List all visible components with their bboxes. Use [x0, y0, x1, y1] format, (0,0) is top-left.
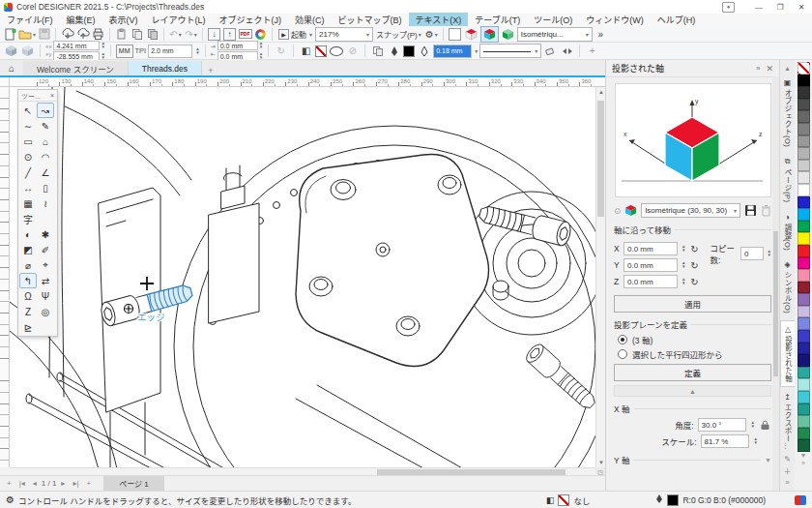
- color-swatch[interactable]: [798, 86, 810, 99]
- docker-scroll-down-icon[interactable]: ▼: [765, 457, 771, 463]
- docker-tab[interactable]: ⧉ ページ(P): [780, 153, 795, 207]
- user-account-icon[interactable]: ●: [722, 2, 735, 13]
- arrowheads-icon[interactable]: [560, 44, 574, 58]
- color-swatch[interactable]: [798, 135, 810, 148]
- copy-attributes-icon[interactable]: [370, 44, 385, 58]
- add-page-after-button[interactable]: +: [83, 479, 94, 488]
- arc-tool[interactable]: ◠: [37, 149, 54, 164]
- menu-item[interactable]: ウィンドウ(W): [579, 13, 651, 27]
- zigzag-tool[interactable]: Z: [19, 304, 37, 319]
- docker-tab[interactable]: ◈ シンボル(O): [780, 256, 795, 317]
- shape-tool[interactable]: ↝: [37, 103, 54, 118]
- redo-icon[interactable]: ↷▾: [184, 27, 198, 42]
- rotate-y-icon[interactable]: ↻: [688, 260, 700, 271]
- projection-cube-icon[interactable]: [624, 204, 637, 217]
- undo-icon[interactable]: ↶▾: [168, 27, 183, 42]
- last-page-button[interactable]: ▸|: [70, 479, 81, 488]
- save-icon[interactable]: [37, 27, 51, 42]
- loop-tool[interactable]: Ω: [19, 288, 37, 304]
- color-swatch[interactable]: [798, 439, 810, 452]
- trim-tool[interactable]: Ψ: [37, 288, 54, 304]
- move-y-stepper[interactable]: ▲▼: [682, 261, 685, 269]
- next-page-button[interactable]: ▸: [58, 479, 68, 488]
- outline-width-field[interactable]: 0.18 mm: [433, 45, 472, 58]
- offset1-field[interactable]: 0.0 mm: [218, 41, 258, 50]
- color-swatch[interactable]: [798, 75, 810, 87]
- outline-color-swatch[interactable]: [403, 45, 415, 57]
- copies-field[interactable]: 0: [740, 247, 764, 260]
- color-swatch[interactable]: [798, 257, 810, 270]
- docker-scrollbar[interactable]: [772, 76, 779, 491]
- color-swatch[interactable]: [798, 403, 810, 416]
- thread-tool[interactable]: ▯: [37, 180, 54, 195]
- color-swatch[interactable]: [798, 196, 810, 209]
- prev-page-button[interactable]: ◂: [30, 479, 40, 488]
- radio-from-parallelogram[interactable]: 選択した平行四辺形から: [618, 348, 771, 360]
- menu-item[interactable]: ビットマップ(B): [332, 13, 409, 27]
- radio-3-axes[interactable]: (3 軸): [618, 334, 771, 345]
- color-swatch[interactable]: [798, 269, 810, 282]
- docker-tab[interactable]: ↥ エクスポー...: [780, 389, 795, 454]
- menu-item[interactable]: 編集(E): [60, 13, 102, 27]
- smart-fill-tool[interactable]: ◩: [19, 242, 37, 257]
- color-swatch[interactable]: [798, 378, 810, 391]
- launch-button[interactable]: ▶起動▾: [276, 27, 314, 42]
- lock-icon[interactable]: [759, 419, 771, 431]
- vertical-ruler[interactable]: [0, 87, 10, 467]
- spacer-tool[interactable]: [37, 211, 54, 226]
- horizontal-scrollbar[interactable]: [10, 467, 595, 475]
- rectangle-tool[interactable]: ▭: [19, 134, 37, 149]
- menu-item[interactable]: ファイル(F): [0, 13, 60, 27]
- axes-toggle-icon[interactable]: ⊙: [614, 206, 621, 216]
- move-x-field[interactable]: 0.0 mm: [624, 242, 678, 255]
- units-mm-button[interactable]: MM: [116, 45, 133, 58]
- pick-tool[interactable]: ↖: [19, 103, 37, 118]
- color-swatch[interactable]: [798, 317, 810, 330]
- color-swatch[interactable]: [798, 171, 810, 184]
- x-position-stepper[interactable]: ▲▼: [101, 42, 104, 49]
- duplicate-icon[interactable]: [145, 27, 160, 42]
- spacer2-tool[interactable]: [37, 319, 54, 335]
- color-swatch[interactable]: [798, 208, 810, 221]
- color-swatch[interactable]: [798, 367, 810, 379]
- docker-tab[interactable]: ▣ オブジェクト(O): [780, 75, 795, 151]
- delete-projection-icon[interactable]: [761, 204, 771, 217]
- projection-top-icon[interactable]: [463, 27, 479, 42]
- color-swatch[interactable]: [798, 110, 810, 123]
- dock-scroll-up-icon[interactable]: ▴: [785, 64, 789, 73]
- pan-tool[interactable]: ⌖: [37, 257, 54, 273]
- first-page-button[interactable]: |◂: [16, 479, 28, 488]
- color-swatch[interactable]: [798, 330, 810, 343]
- angle-field[interactable]: 30.0 °: [698, 418, 746, 432]
- connector-tool[interactable]: ≀: [37, 195, 54, 211]
- move-z-field[interactable]: 0.0 mm: [624, 275, 678, 288]
- y-position-stepper[interactable]: ▲▼: [101, 52, 104, 60]
- vertical-scroll-thumb[interactable]: [597, 101, 604, 217]
- graph-paper-tool[interactable]: ▦: [19, 195, 37, 211]
- projection-select[interactable]: Isométrique (30, 90, 30)▾: [641, 203, 740, 218]
- offset2-stepper[interactable]: ▲▼: [259, 52, 263, 60]
- export-icon[interactable]: ↑: [222, 27, 237, 42]
- freehand-tool[interactable]: ∼: [19, 118, 37, 134]
- color-swatch[interactable]: [798, 160, 810, 172]
- ellipse-style-icon[interactable]: [329, 44, 343, 58]
- menu-item[interactable]: 表示(V): [102, 13, 145, 27]
- color-swatch[interactable]: [798, 428, 810, 440]
- docker-tab[interactable]: ◑ 調整(O): [780, 209, 795, 254]
- axes-cube1-icon[interactable]: [4, 44, 18, 58]
- zoom-tool[interactable]: ⌀: [19, 257, 37, 273]
- close-button[interactable]: ✕: [791, 1, 812, 14]
- color-swatch[interactable]: [798, 147, 810, 160]
- eraser-icon[interactable]: [543, 44, 558, 58]
- pitch-stepper[interactable]: ▲▼: [195, 47, 199, 55]
- dock-customize-icon[interactable]: ✎: [784, 455, 791, 463]
- copy-icon[interactable]: [130, 27, 144, 42]
- color-swatch[interactable]: [798, 293, 810, 306]
- color-swatch[interactable]: [798, 99, 810, 111]
- document-tab[interactable]: Welcome スクリーン: [23, 61, 129, 75]
- eyedropper-tool[interactable]: ✐: [37, 242, 54, 257]
- color-swatch[interactable]: [798, 123, 810, 135]
- color-swatch[interactable]: [798, 62, 810, 75]
- spiral-tool[interactable]: ◎: [37, 304, 54, 319]
- color-swatch[interactable]: [798, 245, 810, 257]
